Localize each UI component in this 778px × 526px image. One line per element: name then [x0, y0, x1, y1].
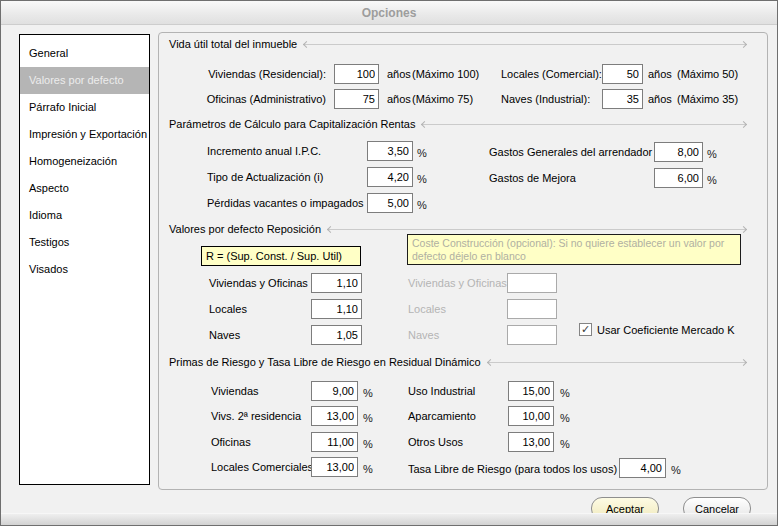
prima-aparcamiento-label: Aparcamiento — [408, 410, 476, 422]
sidebar-item-homogeneizacion[interactable]: Homogeneización — [20, 148, 149, 175]
vida-naves-input[interactable] — [602, 89, 643, 109]
window-bottom-edge — [1, 513, 777, 525]
options-dialog: Opciones General Valores por defecto Pár… — [0, 0, 778, 526]
dialog-title: Opciones — [362, 6, 417, 20]
prima-aparcamiento-input[interactable] — [508, 406, 554, 426]
sidebar-item-testigos[interactable]: Testigos — [20, 229, 149, 256]
prima-locales-label: Locales Comerciales — [211, 461, 313, 473]
years-unit: años — [648, 93, 672, 105]
vida-naves-max: (Máximo 35) — [677, 93, 738, 105]
prima-oficinas-label: Oficinas — [211, 436, 251, 448]
perdidas-label: Pérdidas vacantes o impagados — [207, 197, 364, 209]
usar-coeficiente-checkbox[interactable]: ✓ — [579, 323, 592, 336]
prima-industrial-input[interactable] — [508, 381, 554, 401]
vida-viviendas-label: Viviendas (Residencial): — [169, 68, 326, 80]
coste-viviendas-label: Viviendas y Oficinas — [408, 277, 507, 289]
percent-unit: % — [671, 464, 681, 476]
reposicion-formula-label: R = (Sup. Const. / Sup. Util) — [201, 246, 361, 266]
sidebar-item-parrafo-inicial[interactable]: Párrafo Inicial — [20, 94, 149, 121]
section-separator — [328, 229, 746, 230]
coste-viviendas-input[interactable] — [507, 273, 557, 293]
gastos-mejora-label: Gastos de Mejora — [489, 172, 576, 184]
ipc-label: Incremento anual I.P.C. — [207, 145, 321, 157]
prima-locales-input[interactable] — [311, 457, 358, 477]
perdidas-input[interactable] — [367, 193, 413, 213]
prima-industrial-label: Uso Industrial — [408, 385, 475, 397]
ratio-viviendas-input[interactable] — [311, 273, 362, 293]
percent-unit: % — [417, 173, 427, 185]
years-unit: años — [387, 93, 411, 105]
sidebar-item-valores-por-defecto[interactable]: Valores por defecto — [20, 67, 149, 94]
vida-viviendas-max: (Máximo 100) — [412, 68, 479, 80]
vida-oficinas-max: (Máximo 75) — [412, 93, 473, 105]
prima-viviendas-label: Viviendas — [211, 385, 259, 397]
ratio-locales-input[interactable] — [311, 299, 362, 319]
coste-naves-input[interactable] — [507, 325, 557, 345]
gastos-generales-label: Gastos Generales del arrendador — [489, 146, 652, 158]
sidebar-item-idioma[interactable]: Idioma — [20, 202, 149, 229]
percent-unit: % — [417, 199, 427, 211]
gastos-mejora-input[interactable] — [654, 168, 703, 188]
percent-unit: % — [707, 174, 717, 186]
years-unit: años — [648, 68, 672, 80]
prima-vivs2-label: Vivs. 2ª residencia — [211, 410, 301, 422]
section-title: Vida útil total del inmueble — [169, 38, 297, 50]
sidebar-item-general[interactable]: General — [20, 40, 149, 67]
vida-locales-input[interactable] — [602, 64, 643, 84]
ratio-naves-input[interactable] — [311, 325, 362, 345]
percent-unit: % — [560, 412, 570, 424]
section-separator — [488, 362, 746, 363]
section-separator — [304, 44, 746, 45]
ratio-viviendas-label: Viviendas y Oficinas — [209, 277, 308, 289]
vida-oficinas-input[interactable] — [334, 89, 379, 109]
coste-locales-input[interactable] — [507, 299, 557, 319]
sidebar-item-visados[interactable]: Visados — [20, 256, 149, 283]
gastos-generales-input[interactable] — [654, 142, 703, 162]
vida-viviendas-input[interactable] — [334, 64, 379, 84]
section-header-capitalizacion: Parámetros de Cálculo para Capitalizació… — [169, 117, 746, 131]
coste-locales-label: Locales — [408, 303, 446, 315]
section-title: Parámetros de Cálculo para Capitalizació… — [169, 118, 415, 130]
tasa-libre-label: Tasa Libre de Riesgo (para todos los uso… — [408, 463, 617, 475]
category-list: General Valores por defecto Párrafo Inic… — [19, 34, 150, 485]
vida-locales-max: (Máximo 50) — [677, 68, 738, 80]
prima-vivs2-input[interactable] — [311, 406, 358, 426]
section-separator — [422, 124, 746, 125]
sidebar-item-impresion-exportacion[interactable]: Impresión y Exportación — [20, 121, 149, 148]
percent-unit: % — [363, 463, 373, 475]
years-unit: años — [387, 68, 411, 80]
percent-unit: % — [363, 412, 373, 424]
tasa-libre-input[interactable] — [619, 458, 666, 478]
vida-oficinas-label: Oficinas (Administrativo) — [169, 93, 326, 105]
prima-otros-input[interactable] — [508, 432, 554, 452]
percent-unit: % — [417, 147, 427, 159]
coste-construccion-note: Coste Construcción (opcional): Si no qui… — [407, 234, 741, 265]
section-title: Primas de Riesgo y Tasa Libre de Riesgo … — [169, 356, 481, 368]
prima-oficinas-input[interactable] — [311, 432, 358, 452]
percent-unit: % — [363, 438, 373, 450]
percent-unit: % — [363, 387, 373, 399]
actualizacion-label: Tipo de Actualización (i) — [207, 171, 323, 183]
coste-naves-label: Naves — [408, 329, 439, 341]
percent-unit: % — [707, 148, 717, 160]
sidebar-item-aspecto[interactable]: Aspecto — [20, 175, 149, 202]
vida-locales-label: Locales (Comercial): — [501, 68, 602, 80]
section-header-vida-util: Vida útil total del inmueble — [169, 37, 746, 51]
prima-otros-label: Otros Usos — [408, 436, 463, 448]
check-icon: ✓ — [581, 323, 590, 335]
ipc-input[interactable] — [367, 141, 413, 161]
vida-naves-label: Naves (Industrial): — [501, 93, 590, 105]
percent-unit: % — [560, 387, 570, 399]
prima-viviendas-input[interactable] — [311, 381, 358, 401]
titlebar[interactable]: Opciones — [1, 1, 777, 25]
section-title: Valores por defecto Reposición — [169, 223, 321, 235]
ratio-naves-label: Naves — [209, 329, 240, 341]
ratio-locales-label: Locales — [209, 303, 247, 315]
actualizacion-input[interactable] — [367, 167, 413, 187]
usar-coeficiente-label: Usar Coeficiente Mercado K — [597, 324, 735, 336]
percent-unit: % — [560, 438, 570, 450]
section-header-primas: Primas de Riesgo y Tasa Libre de Riesgo … — [169, 355, 746, 369]
